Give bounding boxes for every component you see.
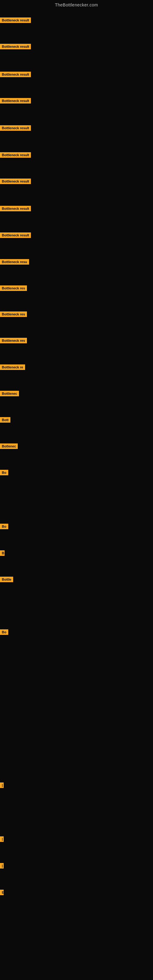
bottleneck-badge-7: Bottleneck result <box>0 178 31 184</box>
bottleneck-badge-5: Bottleneck result <box>0 125 31 131</box>
bottleneck-badge-13: Bottleneck res <box>0 338 27 343</box>
site-title: TheBottlenecker.com <box>0 0 153 10</box>
bottleneck-badge-23: | <box>0 783 4 788</box>
bottleneck-badge-4: Bottleneck result <box>0 98 31 103</box>
bottleneck-badge-22: Bo <box>0 629 8 635</box>
bottleneck-badge-12: Bottleneck res <box>0 312 27 317</box>
bottleneck-badge-19: Bo <box>0 524 8 529</box>
bottleneck-badge-6: Bottleneck result <box>0 152 31 158</box>
bottleneck-badge-8: Bottleneck result <box>0 206 31 211</box>
bottleneck-badge-17: Botlenec <box>0 444 18 449</box>
bottleneck-badge-18: Bo <box>0 470 8 475</box>
bottleneck-badge-1: Bottleneck result <box>0 18 31 23</box>
bottleneck-badge-10: Bottleneck resu <box>0 259 29 265</box>
bottleneck-badge-21: Bottle <box>0 577 13 582</box>
bottleneck-badge-26: E <box>0 890 4 895</box>
bottleneck-badge-11: Bottleneck res <box>0 285 27 291</box>
bottleneck-badge-14: Bottleneck re <box>0 364 25 370</box>
bottleneck-badge-15: Bottlenec <box>0 391 19 396</box>
bottleneck-badge-25: | <box>0 863 4 869</box>
bottleneck-badge-3: Bottleneck result <box>0 72 31 77</box>
bottleneck-badge-2: Bottleneck result <box>0 44 31 49</box>
page-container: TheBottlenecker.com Bottleneck resultBot… <box>0 0 153 980</box>
bottleneck-badge-24: | <box>0 836 4 842</box>
bottleneck-badge-20: B <box>0 550 5 556</box>
bottleneck-badge-9: Bottleneck result <box>0 232 31 238</box>
bottleneck-badge-16: Bott <box>0 417 10 423</box>
